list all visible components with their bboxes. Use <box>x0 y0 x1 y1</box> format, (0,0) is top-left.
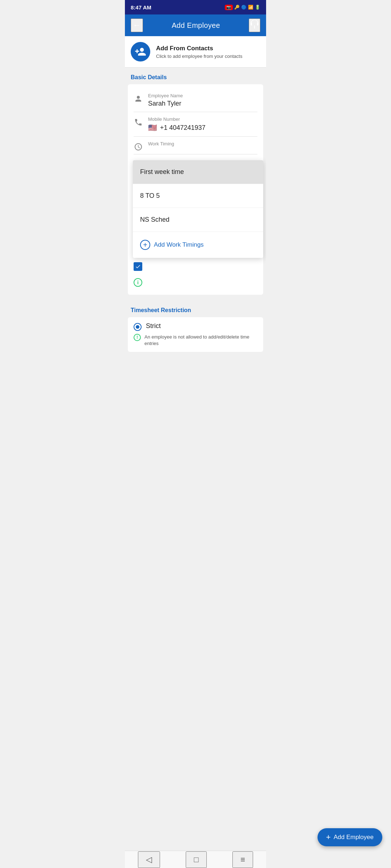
contacts-subtitle: Click to add employee from your contacts <box>156 54 242 59</box>
add-work-timings-label: Add Work Timings <box>154 241 204 248</box>
info-checkbox-area: i <box>134 275 257 290</box>
checkbox-checked-icon <box>134 262 142 271</box>
battery-icon: 🔋 <box>255 5 260 10</box>
employee-name-value: Sarah Tyler <box>148 100 257 107</box>
strict-info-row: ! An employee is not allowed to add/edit… <box>134 334 257 347</box>
headset-button[interactable] <box>249 18 260 32</box>
add-from-contacts[interactable]: Add From Contacts Click to add employee … <box>125 36 266 68</box>
clock-icon <box>134 142 143 151</box>
add-work-timings-button[interactable]: + Add Work Timings <box>133 232 263 258</box>
phone-number: +1 4047241937 <box>160 124 206 132</box>
work-timing-content: Work Timing <box>148 141 257 148</box>
timesheet-restriction-section: Timesheet Restriction Strict ! An employ… <box>125 301 266 352</box>
strict-info-text: An employee is not allowed to add/edit/d… <box>144 334 257 347</box>
employee-name-content: Employee Name Sarah Tyler <box>148 93 257 107</box>
mobile-number-label: Mobile Number <box>148 116 257 122</box>
mobile-number-value: 🇺🇸 +1 4047241937 <box>148 123 257 132</box>
strict-radio-row[interactable]: Strict <box>134 322 257 331</box>
status-bar: 8:47 AM 📷 🔑 🔵 📶 🔋 <box>125 0 266 14</box>
employee-name-field[interactable]: Employee Name Sarah Tyler <box>134 89 257 112</box>
strict-label: Strict <box>146 322 161 330</box>
info-circle-icon: i <box>134 278 142 287</box>
dropdown-option-ns-sched[interactable]: NS Sched <box>133 208 263 232</box>
key-icon: 🔑 <box>234 5 240 10</box>
status-time: 8:47 AM <box>131 4 151 10</box>
work-timing-dropdown: First week time 8 TO 5 NS Sched + Add Wo… <box>133 160 263 258</box>
timesheet-label: Timesheet Restriction <box>125 301 266 317</box>
dropdown-option-8to5[interactable]: 8 TO 5 <box>133 184 263 208</box>
add-person-icon <box>135 46 146 58</box>
strict-radio-button[interactable] <box>134 323 142 331</box>
mobile-number-content: Mobile Number 🇺🇸 +1 4047241937 <box>148 116 257 132</box>
video-camera-icon: 📷 <box>225 5 233 10</box>
work-timing-label: Work Timing <box>148 141 257 146</box>
contacts-text-block: Add From Contacts Click to add employee … <box>156 45 242 59</box>
work-timing-field[interactable]: Work Timing <box>134 137 257 154</box>
country-flag: 🇺🇸 <box>148 123 157 132</box>
headset-icon <box>249 19 260 29</box>
dropdown-option-first-week[interactable]: First week time <box>133 160 263 184</box>
basic-details-card: Employee Name Sarah Tyler Mobile Number … <box>128 84 263 295</box>
basic-details-label: Basic Details <box>125 68 266 84</box>
phone-icon <box>134 118 143 127</box>
page-title: Add Employee <box>172 21 220 30</box>
contacts-avatar <box>131 42 150 61</box>
person-icon <box>134 94 143 103</box>
timesheet-card: Strict ! An employee is not allowed to a… <box>128 317 263 352</box>
back-button[interactable]: ← <box>131 18 143 32</box>
radio-selected-dot <box>136 325 139 329</box>
info-icon: ! <box>134 334 141 341</box>
contacts-title: Add From Contacts <box>156 45 242 52</box>
bluetooth-icon: 🔵 <box>241 5 247 10</box>
app-header: ← Add Employee <box>125 14 266 36</box>
mobile-number-field[interactable]: Mobile Number 🇺🇸 +1 4047241937 <box>134 112 257 137</box>
wifi-icon: 📶 <box>248 5 253 10</box>
status-icons: 📷 🔑 🔵 📶 🔋 <box>225 5 260 10</box>
checkbox-area <box>134 259 257 275</box>
plus-circle-icon: + <box>140 240 150 250</box>
employee-name-label: Employee Name <box>148 93 257 98</box>
